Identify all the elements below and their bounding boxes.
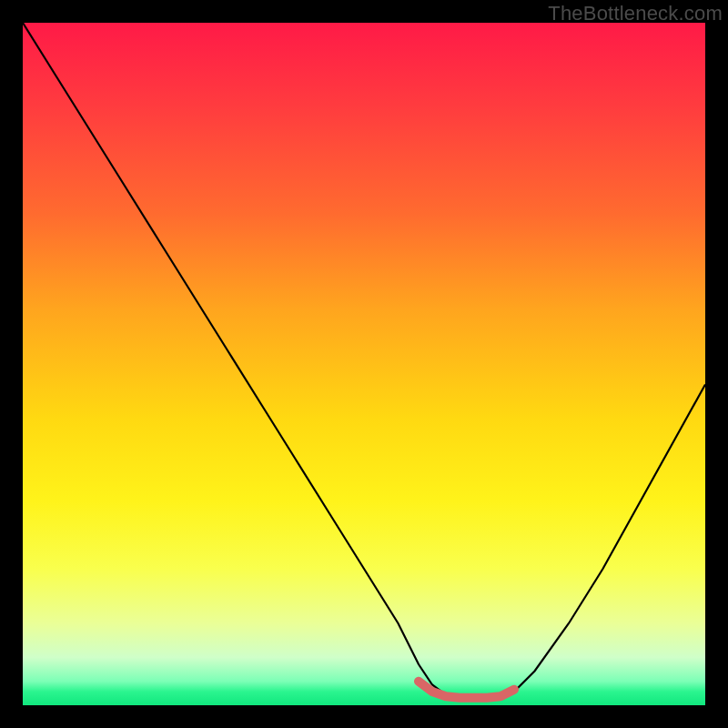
optimal-range-marker xyxy=(419,682,514,698)
chart-frame: TheBottleneck.com xyxy=(0,0,728,728)
bottleneck-curve xyxy=(23,23,705,699)
curve-layer xyxy=(23,23,705,705)
plot-area xyxy=(23,23,705,705)
